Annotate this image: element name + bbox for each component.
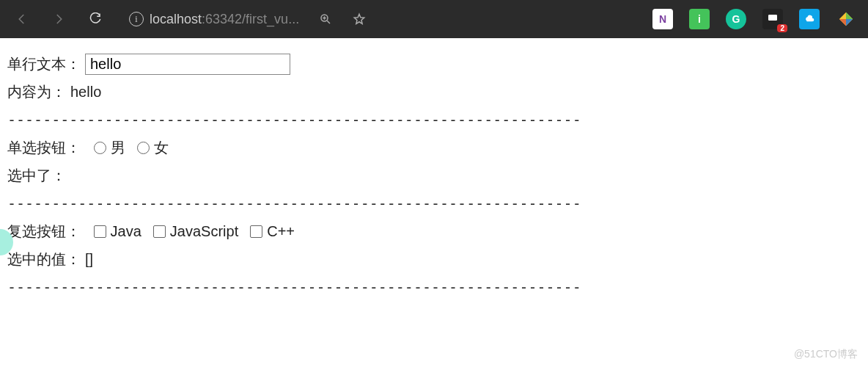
refresh-button[interactable] — [79, 4, 111, 34]
browser-toolbar: i localhost:63342/first_vu... N i G 2 — [0, 0, 868, 38]
divider: ----------------------------------------… — [7, 191, 861, 216]
extension-green-icon[interactable]: i — [689, 9, 710, 29]
radio-option-female[interactable]: 女 — [137, 135, 169, 160]
checkbox-option-cpp[interactable]: C++ — [250, 219, 295, 244]
text-input-label: 单行文本： — [7, 51, 81, 76]
extension-dark-icon[interactable]: 2 — [762, 9, 783, 29]
divider: ----------------------------------------… — [7, 107, 861, 132]
extension-diamond-icon[interactable] — [836, 9, 856, 29]
address-bar[interactable]: i localhost:63342/first_vu... — [129, 12, 299, 27]
zoom-icon[interactable] — [311, 4, 340, 34]
divider: ----------------------------------------… — [7, 275, 861, 299]
checkbox-icon — [250, 225, 262, 238]
forward-button[interactable] — [43, 4, 75, 34]
radio-icon — [137, 142, 150, 154]
content-label: 内容为： — [7, 79, 66, 104]
checkbox-js-label: JavaScript — [170, 219, 238, 244]
radio-label: 单选按钮： — [7, 135, 81, 160]
checkbox-java-label: Java — [111, 219, 141, 244]
checkbox-cpp-label: C++ — [267, 219, 295, 244]
checkbox-option-java[interactable]: Java — [94, 219, 141, 244]
url-text: localhost:63342/first_vu... — [150, 12, 299, 27]
checkbox-selected-row: 选中的值： [] — [7, 247, 861, 272]
checkbox-option-javascript[interactable]: JavaScript — [153, 219, 238, 244]
checkbox-icon — [153, 225, 166, 238]
text-input[interactable] — [85, 54, 290, 75]
extension-onenote-icon[interactable]: N — [652, 9, 673, 29]
radio-option-male[interactable]: 男 — [94, 135, 125, 160]
url-host: localhost — [150, 12, 202, 26]
radio-icon — [94, 142, 106, 154]
checkbox-icon — [94, 225, 106, 238]
content-value: hello — [70, 79, 101, 104]
extension-grammarly-icon[interactable]: G — [726, 9, 746, 29]
extension-badge: 2 — [777, 24, 787, 32]
svg-rect-1 — [768, 15, 777, 21]
extension-cloud-icon[interactable] — [799, 9, 820, 29]
url-path: /first_vu... — [242, 12, 299, 26]
checkbox-selected-value: [] — [85, 247, 93, 272]
radio-selected-row: 选中了： — [7, 163, 861, 188]
radio-selected-label: 选中了： — [7, 163, 66, 188]
checkbox-selected-label: 选中的值： — [7, 247, 81, 272]
page-content: 单行文本： 内容为： hello -----------------------… — [0, 38, 868, 310]
text-input-row: 单行文本： — [7, 51, 861, 76]
checkbox-row: 复选按钮： Java JavaScript C++ — [7, 219, 861, 244]
url-port: :63342 — [202, 12, 242, 26]
radio-male-label: 男 — [111, 135, 125, 160]
checkbox-label: 复选按钮： — [7, 219, 81, 244]
text-content-row: 内容为： hello — [7, 79, 861, 104]
info-icon[interactable]: i — [129, 12, 144, 26]
radio-row: 单选按钮： 男 女 — [7, 135, 861, 160]
radio-female-label: 女 — [154, 135, 169, 160]
favorite-icon[interactable] — [345, 4, 374, 34]
back-button[interactable] — [6, 4, 38, 34]
